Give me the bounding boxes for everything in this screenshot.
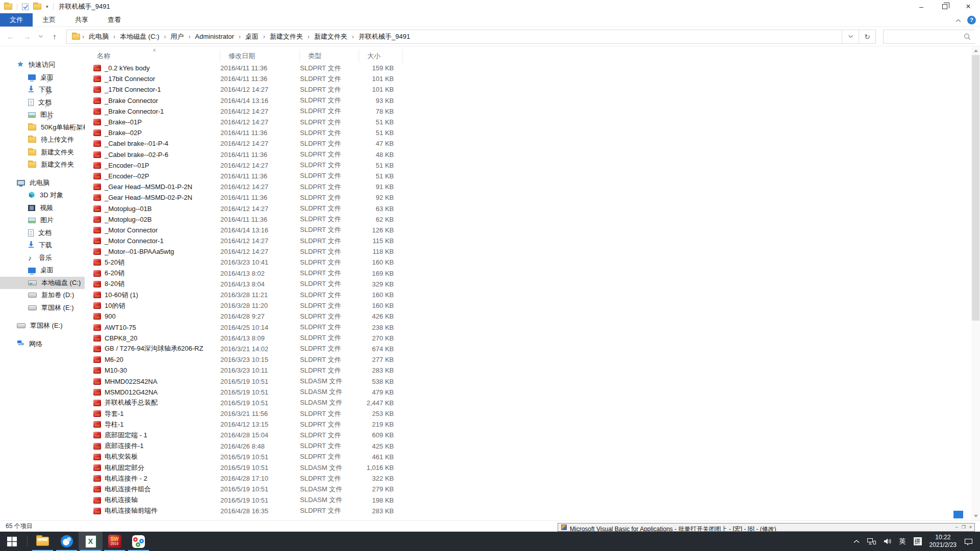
sidebar-item[interactable]: 文档 [0,96,85,109]
new-folder-icon[interactable] [33,4,41,10]
properties-checkbox-icon[interactable] [22,4,29,10]
breadcrumb-item[interactable]: 新建文件夹 [266,32,307,41]
sidebar-section[interactable]: 快速访问 [0,59,85,71]
file-row[interactable]: 20158-20销2016/4/13 8:04SLDPRT 文件329 KB [89,279,980,290]
minimize-button[interactable]: – [910,0,933,13]
vertical-scrollbar[interactable] [971,46,980,520]
sidebar-item[interactable]: 图片 [0,109,85,121]
ribbon-tab[interactable]: 查看 [98,13,131,27]
file-row[interactable]: 2015_Brake Connector2016/4/14 13:16SLDPR… [89,95,980,106]
back-button[interactable]: ← [4,30,17,43]
ime-pinyin-indicator[interactable]: 拼 [914,537,922,545]
file-row[interactable]: 2015_Motor--01-BPAAa5wtg2016/4/12 14:27S… [89,246,980,257]
taskbar-app-excel[interactable]: X [79,532,103,551]
forward-button[interactable]: → [20,30,34,43]
file-row[interactable]: 20159002016/4/28 9:27SLDPRT 文件426 KB [89,311,980,322]
scrollbar-thumb[interactable] [972,55,979,321]
column-header[interactable]: 修改日期 [220,49,300,63]
file-row[interactable]: 2015_Motoplug--02B2016/4/11 11:36SLDPRT … [89,214,980,225]
breadcrumb-item[interactable]: 新建文件夹 [311,32,351,41]
breadcrumb-item[interactable]: 桌面 [242,32,262,41]
column-header[interactable]: 类型 [300,49,359,63]
file-row[interactable]: 2015电机安装板2016/5/19 10:51SLDPRT 文件461 KB [89,452,980,462]
sidebar-item[interactable]: 下载 [0,84,85,96]
file-row[interactable]: 2015底部连接件-12016/4/26 8:48SLDPRT 文件425 KB [89,441,980,452]
breadcrumb-item[interactable]: 本地磁盘 (C:) [116,32,163,41]
help-icon[interactable]: ? [967,16,976,24]
address-dropdown-button[interactable] [842,30,859,43]
sidebar-item[interactable]: 文档 [0,227,85,240]
action-center-icon[interactable] [964,538,973,545]
column-header[interactable]: 大小 [359,49,403,63]
file-row[interactable]: 201510-60销 (1)2016/3/28 11:21SLDPRT 文件16… [89,290,980,300]
sidebar-item[interactable]: 桌面 [0,71,85,84]
file-row[interactable]: 2015_17bit Connector-12016/4/12 14:27SLD… [89,84,980,95]
taskbar-app-browser[interactable] [55,532,79,551]
file-row[interactable]: 2015GB / T276-94深沟球轴承6206-RZ2016/3/21 14… [89,344,980,354]
sidebar-item[interactable]: 待上传文件 [0,134,85,146]
breadcrumb-item[interactable]: 用户 [167,32,187,41]
file-row[interactable]: 201510的销2016/3/28 11:20SLDPRT 文件160 KB [89,300,980,311]
sidebar-item[interactable]: 本地磁盘 (C:) [0,277,85,290]
file-row[interactable]: 2015_Cabel brake--01-P-42016/4/12 14:27S… [89,138,980,149]
file-row[interactable]: 2015电机连接轴前端件2016/4/28 16:35SLDPRT 文件283 … [89,506,980,516]
file-row[interactable]: 2015导套-12016/3/21 11:56SLDPRT 文件253 KB [89,408,980,419]
file-row[interactable]: 2015_17bit Connector2016/4/11 11:36SLDPR… [89,73,980,84]
file-row[interactable]: 2015M10-302016/3/23 10:11SLDPRT 文件283 KB [89,365,980,376]
breadcrumb-item[interactable]: Administrator [191,33,238,40]
taskbar-clock[interactable]: 10:22 2021/2/23 [929,534,957,549]
file-row[interactable]: 2015_0.2 kYes body2016/4/11 11:36SLDPRT … [89,63,980,73]
breadcrumb-item[interactable]: 并联机械手_9491 [355,32,414,41]
start-button[interactable] [0,532,24,551]
file-row[interactable]: 2015电机连接轴2016/5/19 10:51SLDASM 文件198 KB [89,495,980,506]
restore-button[interactable] [933,0,957,13]
up-button[interactable]: ↑ [48,30,61,43]
file-row[interactable]: 2015并联机械手总装配2016/5/19 10:51SLDASM 文件2,44… [89,398,980,408]
taskbar-app-app-circles[interactable] [127,532,150,551]
sidebar-section[interactable]: 此电脑 [0,177,85,190]
sidebar-item[interactable]: 新加卷 (D:) [0,289,85,302]
network-icon[interactable] [867,538,876,545]
ribbon-tab[interactable]: 文件 [0,13,33,27]
sidebar-item[interactable]: 视频 [0,202,85,215]
scroll-up-arrow-icon[interactable] [971,46,980,55]
sidebar-item[interactable]: 50Kg单轴桁架机械 [0,121,85,134]
close-button[interactable]: × [957,0,980,13]
sidebar-item[interactable]: 3D 对象 [0,189,85,202]
taskbar-app-explorer[interactable] [31,532,55,551]
file-row[interactable]: 2015AWT10-752016/4/25 10:14SLDPRT 文件238 … [89,322,980,333]
tray-chevron-up-icon[interactable] [853,539,860,543]
file-row[interactable]: 2015_Encoder--01P2016/4/12 14:27SLDPRT 文… [89,160,980,171]
scroll-down-arrow-icon[interactable] [971,512,980,520]
file-row[interactable]: 2015M6-202016/3/23 10:15SLDPRT 文件277 KB [89,354,980,365]
breadcrumb-item[interactable]: 此电脑 [85,32,112,41]
file-row[interactable]: 2015_Gear Head--MSMD-02-P-2N2016/4/11 11… [89,192,980,203]
sidebar-item[interactable]: 新建文件夹 [0,146,85,159]
recent-locations-icon[interactable] [37,30,45,43]
background-window-fragment[interactable] [953,511,963,518]
ribbon-tab[interactable]: 共享 [65,13,98,27]
sidebar-item[interactable]: 新建文件夹 [0,159,85,171]
file-row[interactable]: 2015_Motoplug--01B2016/4/12 14:27SLDPRT … [89,203,980,214]
sidebar-item[interactable]: 下载 [0,239,85,252]
column-header[interactable]: ∧名称 [89,49,220,63]
file-row[interactable]: 2015_Motor Connector2016/4/14 13:16SLDPR… [89,225,980,235]
sidebar-section[interactable]: 覃国林 (E:) [0,320,85,332]
refresh-button[interactable]: ↻ [859,30,875,43]
file-row[interactable]: 2015底部固定端 - 12016/4/28 15:04SLDPRT 文件609… [89,430,980,440]
background-vba-window[interactable]: Microsoft Visual Basic for Applications … [558,523,975,532]
file-row[interactable]: 2015_Gear Head--MSMD-01-P-2N2016/4/12 14… [89,181,980,192]
file-row[interactable]: 2015MHMD022S42NA2016/5/19 10:51SLDASM 文件… [89,376,980,386]
taskbar-app-solidworks[interactable]: SW2015 [103,532,127,551]
file-row[interactable]: 2015导柱-12016/4/12 13:15SLDPRT 文件219 KB [89,419,980,430]
ribbon-collapse-icon[interactable] [956,16,961,24]
file-row[interactable]: 2015电机连接件组合2016/5/19 10:51SLDASM 文件279 K… [89,484,980,494]
file-row[interactable]: 2015CBPK8_202016/4/13 8:09SLDPRT 文件270 K… [89,333,980,344]
sidebar-item[interactable]: 桌面 [0,264,85,277]
file-row[interactable]: 2015_Brake--02P2016/4/11 11:36SLDPRT 文件5… [89,127,980,138]
file-row[interactable]: 2015MSMD012G42NA2016/5/19 10:51SLDASM 文件… [89,387,980,398]
file-row[interactable]: 2015_Encoder--02P2016/4/11 11:36SLDPRT 文… [89,171,980,181]
sidebar-section[interactable]: 网络 [0,338,85,351]
file-row[interactable]: 2015电机固定部分2016/5/19 10:51SLDASM 文件1,016 … [89,462,980,473]
ribbon-tab[interactable]: 主页 [33,13,65,27]
